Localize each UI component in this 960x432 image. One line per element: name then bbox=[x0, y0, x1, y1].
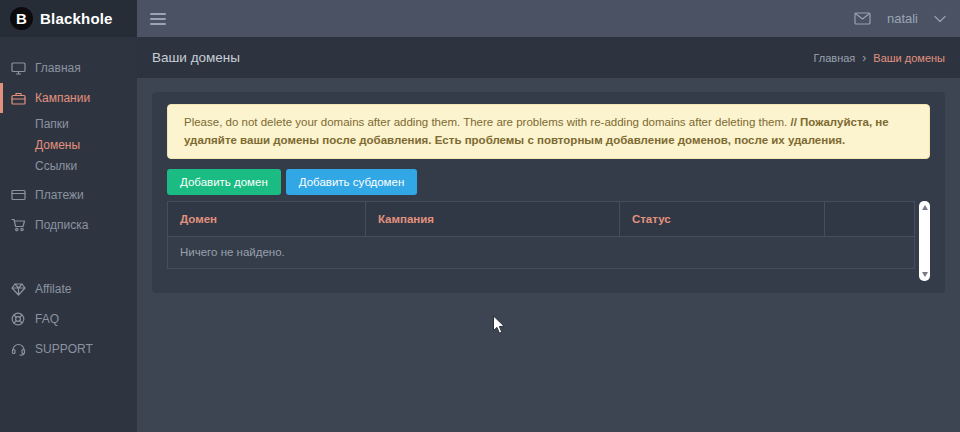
sidebar-item-label: Подписка bbox=[35, 218, 88, 232]
monitor-icon bbox=[10, 62, 26, 75]
breadcrumb-separator-icon: › bbox=[862, 51, 866, 65]
briefcase-icon bbox=[10, 92, 26, 105]
sidebar-item-label: FAQ bbox=[35, 312, 59, 326]
scroll-down-icon[interactable] bbox=[922, 272, 928, 277]
chevron-down-icon[interactable] bbox=[934, 15, 946, 23]
scroll-up-icon[interactable] bbox=[922, 205, 928, 210]
sidebar-item-home[interactable]: Главная bbox=[0, 53, 137, 83]
brand-name: Blackhole bbox=[40, 10, 113, 27]
column-header-status[interactable]: Статус bbox=[619, 201, 824, 236]
mail-icon[interactable] bbox=[854, 12, 871, 25]
sidebar-item-payments[interactable]: Платежи bbox=[0, 180, 137, 210]
table-empty-message: Ничего не найдено. bbox=[168, 236, 915, 268]
domains-table-wrap: Домен Кампания Статус Ничего не найдено. bbox=[167, 201, 930, 281]
page-header: Ваши домены Главная › Ваши домены bbox=[137, 37, 960, 78]
sidebar-item-label: Папки bbox=[35, 117, 69, 131]
sidebar-item-campaigns[interactable]: Кампании bbox=[0, 83, 137, 113]
sidebar-item-label: Платежи bbox=[35, 188, 84, 202]
user-menu[interactable]: natali bbox=[887, 11, 918, 26]
table-row: Ничего не найдено. bbox=[168, 236, 915, 268]
alert-text-en: Please, do not delete your domains after… bbox=[184, 116, 787, 128]
credit-card-icon bbox=[10, 189, 26, 201]
sidebar-item-faq[interactable]: FAQ bbox=[0, 304, 137, 334]
menu-toggle-button[interactable] bbox=[146, 9, 170, 29]
sidebar-item-label: SUPPORT bbox=[35, 342, 93, 356]
topbar-right: natali bbox=[854, 11, 960, 26]
sidebar-item-subscription[interactable]: Подписка bbox=[0, 210, 137, 240]
ring-icon bbox=[10, 312, 26, 326]
breadcrumb-current: Ваши домены bbox=[873, 52, 945, 64]
add-domain-button[interactable]: Добавить домен bbox=[167, 169, 281, 195]
breadcrumb: Главная › Ваши домены bbox=[813, 51, 945, 65]
column-header-campaign[interactable]: Кампания bbox=[365, 201, 619, 236]
sidebar-item-label: Affilate bbox=[35, 282, 71, 296]
brand-logo-icon: B bbox=[10, 7, 33, 30]
sidebar-item-label: Главная bbox=[35, 61, 81, 75]
brand-logo[interactable]: B Blackhole bbox=[0, 0, 137, 37]
table-scrollbar[interactable] bbox=[919, 201, 930, 281]
brand-logo-letter: B bbox=[16, 10, 27, 27]
topbar: B Blackhole natali bbox=[0, 0, 960, 37]
cart-icon bbox=[10, 218, 26, 232]
domains-panel: Please, do not delete your domains after… bbox=[152, 92, 945, 293]
sidebar-item-label: Кампании bbox=[35, 91, 90, 105]
sidebar-item-folders[interactable]: Папки bbox=[0, 113, 137, 134]
page-title: Ваши домены bbox=[152, 50, 240, 65]
action-buttons: Добавить домен Добавить субдомен bbox=[167, 169, 930, 195]
sidebar-item-label: Ссылки bbox=[35, 159, 77, 173]
content-area: Please, do not delete your domains after… bbox=[137, 78, 960, 432]
gem-icon bbox=[10, 283, 26, 296]
warning-alert: Please, do not delete your domains after… bbox=[167, 104, 930, 159]
sidebar-item-label: Домены bbox=[35, 138, 80, 152]
breadcrumb-home[interactable]: Главная bbox=[813, 52, 855, 64]
column-header-domain[interactable]: Домен bbox=[168, 201, 366, 236]
sidebar-item-domains[interactable]: Домены bbox=[0, 134, 137, 155]
sidebar-item-support[interactable]: SUPPORT bbox=[0, 334, 137, 364]
domains-table: Домен Кампания Статус Ничего не найдено. bbox=[167, 201, 915, 269]
sidebar-item-affiliate[interactable]: Affilate bbox=[0, 274, 137, 304]
add-subdomain-button[interactable]: Добавить субдомен bbox=[286, 169, 417, 195]
sidebar: Главная Кампании Папки Домены Ссылки Пла… bbox=[0, 37, 137, 432]
headset-icon bbox=[10, 342, 26, 356]
column-header-actions bbox=[825, 201, 915, 236]
sidebar-item-links[interactable]: Ссылки bbox=[0, 155, 137, 176]
